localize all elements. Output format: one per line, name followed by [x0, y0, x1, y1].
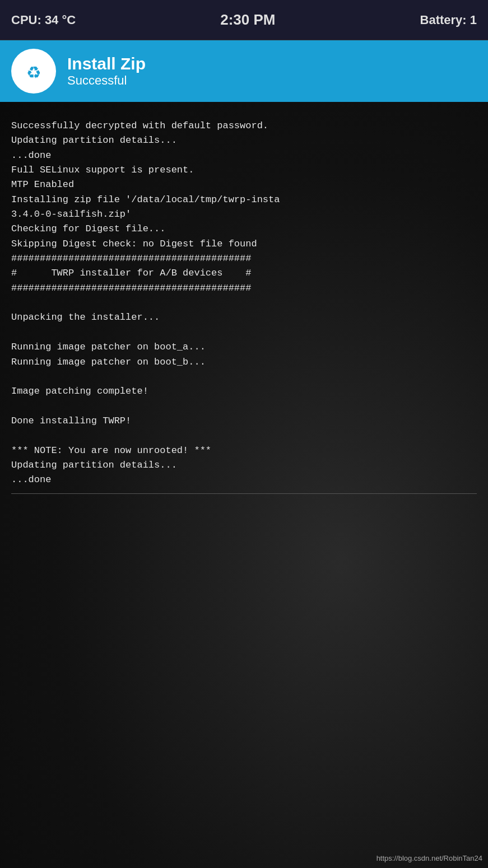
install-zip-icon: ♻ [11, 49, 56, 94]
cpu-temperature: CPU: 34 °C [11, 13, 76, 27]
header-subtitle: Successful [67, 73, 146, 88]
header-title: Install Zip [67, 54, 146, 73]
terminal-output: Successfully decrypted with default pass… [0, 102, 488, 505]
header-text-block: Install Zip Successful [67, 54, 146, 88]
terminal-divider [11, 493, 477, 494]
status-bar: CPU: 34 °C 2:30 PM Battery: 1 [0, 0, 488, 40]
current-time: 2:30 PM [220, 11, 275, 29]
terminal-text: Successfully decrypted with default pass… [11, 119, 477, 488]
battery-status: Battery: 1 [420, 13, 477, 27]
header-bar: ♻ Install Zip Successful [0, 40, 488, 102]
recycle-icon: ♻ [27, 58, 40, 85]
watermark: https://blog.csdn.net/RobinTan24 [377, 854, 482, 862]
